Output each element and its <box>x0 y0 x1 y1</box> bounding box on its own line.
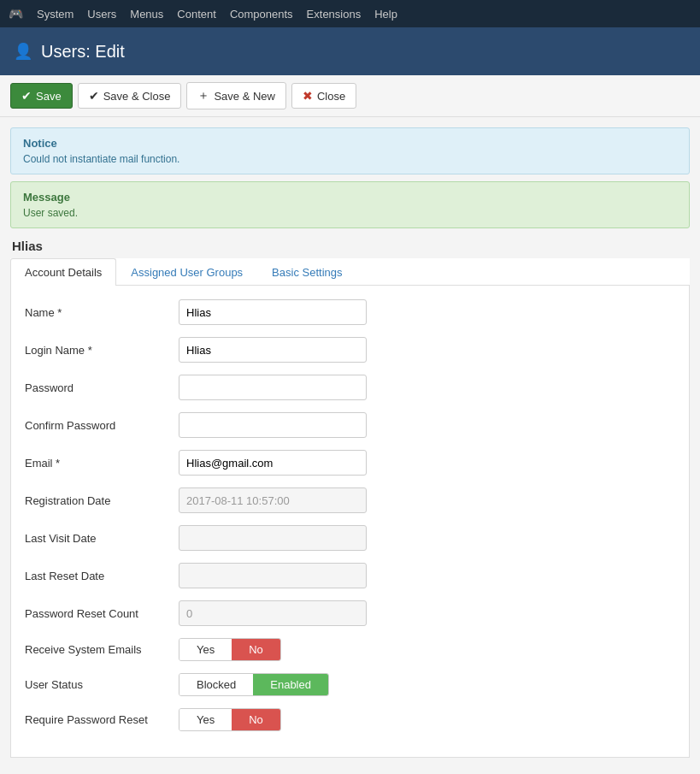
notice-text: Could not instantiate mail function. <box>23 153 677 165</box>
receive-system-emails-row: Receive System Emails Yes No <box>25 638 675 661</box>
form-content: Name * Login Name * Password Confirm Pas… <box>10 286 690 758</box>
close-icon: ✖ <box>303 89 313 103</box>
top-navigation: 🎮 System Users Menus Content Components … <box>0 0 700 27</box>
registration-date-input <box>179 487 367 513</box>
user-status-toggle: Blocked Enabled <box>179 673 329 696</box>
require-password-reset-toggle: Yes No <box>179 708 281 731</box>
save-button[interactable]: ✔ Save <box>10 83 73 109</box>
message-text: User saved. <box>23 207 677 219</box>
user-heading: Hlias <box>0 228 700 258</box>
password-label: Password <box>25 381 179 394</box>
confirm-password-row: Confirm Password <box>25 412 675 438</box>
tabs: Account Details Assigned User Groups Bas… <box>10 258 690 286</box>
nav-item-content[interactable]: Content <box>177 8 216 21</box>
last-visit-date-label: Last Visit Date <box>25 532 179 545</box>
save-close-button[interactable]: ✔ Save & Close <box>78 83 182 109</box>
email-label: Email * <box>25 457 179 470</box>
page-title: Users: Edit <box>41 42 125 62</box>
message-title: Message <box>23 191 677 204</box>
user-status-blocked-button[interactable]: Blocked <box>179 674 253 695</box>
message-box: Message User saved. <box>10 181 690 228</box>
confirm-password-label: Confirm Password <box>25 419 179 432</box>
save-icon: ✔ <box>21 89 32 103</box>
nav-logo-icon: 🎮 <box>9 7 23 21</box>
save-close-label: Save & Close <box>103 90 171 103</box>
toolbar: ✔ Save ✔ Save & Close ＋ Save & New ✖ Clo… <box>0 75 700 117</box>
registration-date-label: Registration Date <box>25 494 179 507</box>
close-label: Close <box>317 90 345 103</box>
registration-date-row: Registration Date <box>25 487 675 513</box>
password-reset-count-row: Password Reset Count <box>25 600 675 626</box>
require-password-reset-yes-button[interactable]: Yes <box>179 709 232 730</box>
password-reset-count-input <box>179 600 367 626</box>
tab-assigned-user-groups[interactable]: Assigned User Groups <box>116 258 257 286</box>
name-input[interactable] <box>179 299 367 325</box>
save-close-icon: ✔ <box>89 89 99 103</box>
last-reset-date-row: Last Reset Date <box>25 563 675 588</box>
tab-basic-settings[interactable]: Basic Settings <box>257 258 356 286</box>
password-reset-count-label: Password Reset Count <box>25 607 179 620</box>
email-row: Email * <box>25 450 675 476</box>
last-visit-date-input <box>179 525 367 551</box>
name-row: Name * <box>25 299 675 325</box>
last-reset-date-label: Last Reset Date <box>25 570 179 582</box>
nav-item-help[interactable]: Help <box>374 8 397 21</box>
password-row: Password <box>25 375 675 400</box>
password-input[interactable] <box>179 375 367 400</box>
require-password-reset-label: Require Password Reset <box>25 713 179 726</box>
login-name-row: Login Name * <box>25 337 675 363</box>
nav-item-system[interactable]: System <box>37 8 74 21</box>
receive-system-emails-no-button[interactable]: No <box>232 639 280 660</box>
nav-item-users[interactable]: Users <box>87 8 116 21</box>
save-new-icon: ＋ <box>197 88 209 103</box>
login-name-input[interactable] <box>179 337 367 363</box>
name-label: Name * <box>25 306 179 319</box>
tab-account-details[interactable]: Account Details <box>10 258 116 286</box>
notice-box: Notice Could not instantiate mail functi… <box>10 127 690 174</box>
last-visit-date-row: Last Visit Date <box>25 525 675 551</box>
nav-item-extensions[interactable]: Extensions <box>307 8 362 21</box>
page-header: 👤 Users: Edit <box>0 27 700 75</box>
close-button[interactable]: ✖ Close <box>291 83 356 109</box>
user-status-enabled-button[interactable]: Enabled <box>253 674 328 695</box>
require-password-reset-no-button[interactable]: No <box>232 709 280 730</box>
login-name-label: Login Name * <box>25 344 179 357</box>
notice-title: Notice <box>23 137 677 150</box>
user-icon: 👤 <box>14 42 32 61</box>
receive-system-emails-toggle: Yes No <box>179 638 281 661</box>
confirm-password-input[interactable] <box>179 412 367 438</box>
user-status-label: User Status <box>25 678 179 691</box>
email-input[interactable] <box>179 450 367 476</box>
require-password-reset-row: Require Password Reset Yes No <box>25 708 675 731</box>
user-status-row: User Status Blocked Enabled <box>25 673 675 696</box>
save-label: Save <box>36 90 62 103</box>
save-new-button[interactable]: ＋ Save & New <box>186 82 286 109</box>
nav-item-menus[interactable]: Menus <box>130 8 163 21</box>
nav-item-components[interactable]: Components <box>230 8 293 21</box>
receive-system-emails-yes-button[interactable]: Yes <box>179 639 232 660</box>
last-reset-date-input <box>179 563 367 588</box>
receive-system-emails-label: Receive System Emails <box>25 643 179 656</box>
save-new-label: Save & New <box>214 90 275 103</box>
